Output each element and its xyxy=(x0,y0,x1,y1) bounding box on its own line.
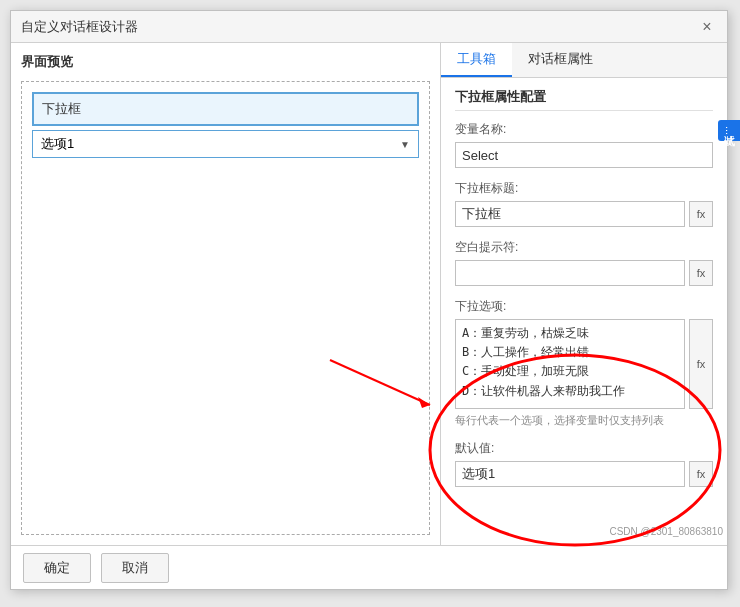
options-textarea[interactable]: A：重复劳动，枯燥乏味 B：人工操作，经常出错 C：手动处理，加班无限 D：让软… xyxy=(455,319,685,409)
close-button[interactable]: × xyxy=(697,17,717,37)
default-row: fx xyxy=(455,461,713,487)
dialog-body: 界面预览 下拉框 选项1 ▼ 工具箱 xyxy=(11,43,727,545)
var-name-group: 变量名称: xyxy=(455,121,713,168)
var-name-row xyxy=(455,142,713,168)
watermark: CSDN @2301_80863810 xyxy=(605,524,727,539)
title-group: 下拉框标题: fx xyxy=(455,180,713,227)
dropdown-selected-row[interactable]: 选项1 ▼ xyxy=(32,130,419,158)
options-hint: 每行代表一个选项，选择变量时仅支持列表 xyxy=(455,413,713,428)
dialog: 自定义对话框设计器 × 界面预览 下拉框 选项1 ▼ xyxy=(10,10,728,590)
default-fx-button[interactable]: fx xyxy=(689,461,713,487)
placeholder-input[interactable] xyxy=(455,260,685,286)
title-input[interactable] xyxy=(455,201,685,227)
placeholder-row: fx xyxy=(455,260,713,286)
dialog-titlebar: 自定义对话框设计器 × xyxy=(11,11,727,43)
dropdown-label: 下拉框 xyxy=(42,100,81,118)
section-title: 下拉框属性配置 xyxy=(455,88,713,111)
default-label: 默认值: xyxy=(455,440,713,457)
options-row: A：重复劳动，枯燥乏味 B：人工操作，经常出错 C：手动处理，加班无限 D：让软… xyxy=(455,319,713,409)
preview-area: 下拉框 选项1 ▼ xyxy=(21,81,430,535)
dialog-overlay: 自定义对话框设计器 × 界面预览 下拉框 选项1 ▼ xyxy=(0,0,740,607)
left-panel: 界面预览 下拉框 选项1 ▼ xyxy=(11,43,441,545)
cancel-button[interactable]: 取消 xyxy=(101,553,169,583)
dropdown-preview-container: 下拉框 xyxy=(32,92,419,126)
options-label: 下拉选项: xyxy=(455,298,713,315)
title-fx-button[interactable]: fx xyxy=(689,201,713,227)
side-tab[interactable]: 试试此... xyxy=(718,120,740,141)
right-panel: 工具箱 对话框属性 下拉框属性配置 变量名称: xyxy=(441,43,727,545)
placeholder-group: 空白提示符: fx xyxy=(455,239,713,286)
title-label: 下拉框标题: xyxy=(455,180,713,197)
dropdown-arrow-icon: ▼ xyxy=(400,139,410,150)
dialog-title: 自定义对话框设计器 xyxy=(21,18,138,36)
dropdown-selected-value: 选项1 xyxy=(41,135,74,153)
dialog-footer: 确定 取消 CSDN @2301_80863810 xyxy=(11,545,727,589)
var-name-label: 变量名称: xyxy=(455,121,713,138)
placeholder-label: 空白提示符: xyxy=(455,239,713,256)
var-name-input[interactable] xyxy=(455,142,713,168)
options-fx-button[interactable]: fx xyxy=(689,319,713,409)
title-row: fx xyxy=(455,201,713,227)
placeholder-fx-button[interactable]: fx xyxy=(689,260,713,286)
default-input[interactable] xyxy=(455,461,685,487)
tab-toolbox[interactable]: 工具箱 xyxy=(441,43,512,77)
left-panel-title: 界面预览 xyxy=(21,53,430,71)
options-group: 下拉选项: A：重复劳动，枯燥乏味 B：人工操作，经常出错 C：手动处理，加班无… xyxy=(455,298,713,428)
default-group: 默认值: fx xyxy=(455,440,713,487)
ok-button[interactable]: 确定 xyxy=(23,553,91,583)
tabs-bar: 工具箱 对话框属性 xyxy=(441,43,727,78)
right-content: 下拉框属性配置 变量名称: 下拉框标题: fx xyxy=(441,78,727,545)
tab-dialog-props[interactable]: 对话框属性 xyxy=(512,43,609,77)
